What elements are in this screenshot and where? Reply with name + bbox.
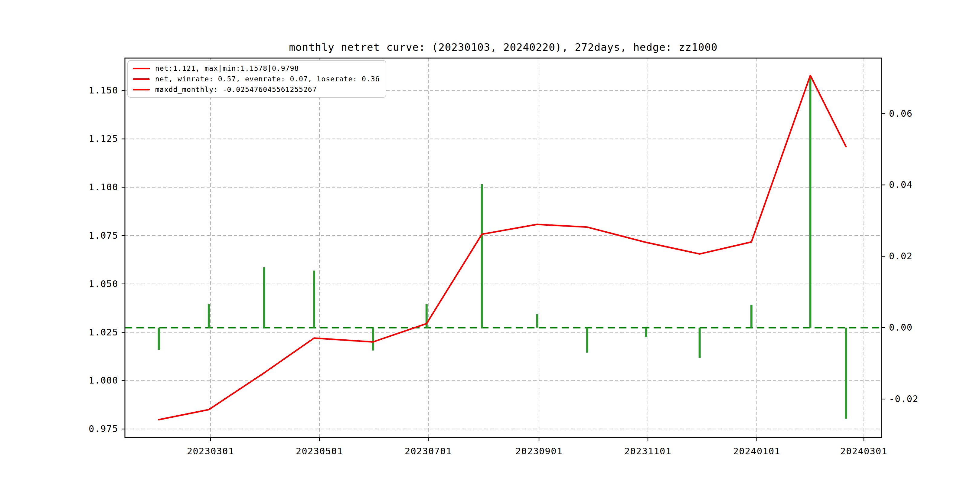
legend-entry-label: net, winrate: 0.57, evenrate: 0.07, lose…: [155, 75, 380, 83]
y-tick-label-left: 1.050: [89, 278, 118, 289]
y-tick-label-right: 0.06: [889, 108, 913, 119]
x-tick-label: 20240101: [733, 446, 781, 457]
x-tick-label: 20230501: [296, 446, 343, 457]
net-line: [159, 76, 846, 420]
red-line-icon: [133, 78, 150, 80]
y-tick-label-right: 0.04: [889, 179, 913, 190]
y-tick-label-right: -0.02: [889, 393, 919, 404]
x-tick-label: 20231101: [624, 446, 672, 457]
red-line-icon: [133, 89, 150, 91]
y-tick-label-left: 1.100: [89, 182, 118, 192]
legend-entry-net: net:1.121, max|min:1.1578|0.9798: [133, 64, 380, 72]
x-tick-label: 20240301: [840, 446, 888, 457]
red-line-icon: [133, 68, 150, 69]
legend-entry-label: maxdd_monthly: -0.025476045561255267: [155, 86, 317, 94]
y-tick-label-left: 1.125: [89, 134, 118, 144]
y-tick-label-left: 1.150: [89, 85, 118, 95]
legend-entry-label: net:1.121, max|min:1.1578|0.9798: [155, 64, 299, 72]
legend-entry-winrate: net, winrate: 0.57, evenrate: 0.07, lose…: [133, 75, 380, 83]
legend-box: net:1.121, max|min:1.1578|0.9798 net, wi…: [127, 60, 386, 98]
y-tick-label-left: 1.000: [89, 375, 118, 386]
x-tick-label: 20230701: [405, 446, 452, 457]
figure-canvas: monthly netret curve: (20230103, 2024022…: [0, 0, 980, 490]
x-tick-label: 20230301: [187, 446, 234, 457]
legend-entry-maxdd: maxdd_monthly: -0.025476045561255267: [133, 86, 380, 94]
x-tick-label: 20230901: [515, 446, 563, 457]
y-tick-label-right: 0.00: [889, 322, 913, 333]
y-tick-label-left: 1.025: [89, 327, 118, 337]
y-tick-label-right: 0.02: [889, 251, 913, 261]
y-tick-label-left: 1.075: [89, 230, 118, 241]
y-tick-label-left: 0.975: [89, 423, 118, 434]
